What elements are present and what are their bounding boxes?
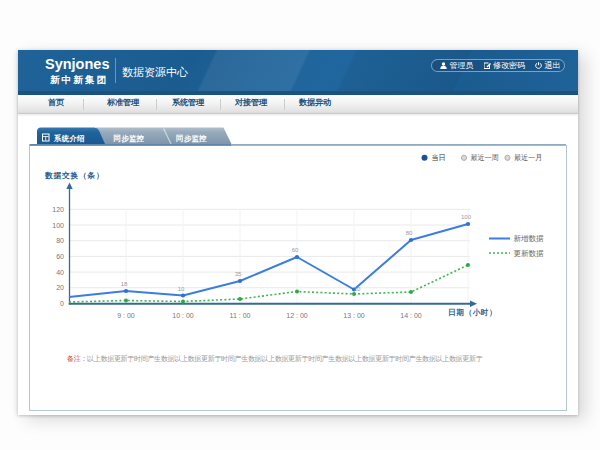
svg-text:0: 0 <box>60 300 64 307</box>
svg-text:数据交换（条）: 数据交换（条） <box>44 171 104 180</box>
svg-text:10 : 00: 10 : 00 <box>172 312 194 319</box>
svg-text:同步监控: 同步监控 <box>114 134 145 143</box>
svg-text:80: 80 <box>56 237 64 244</box>
svg-text:20: 20 <box>56 284 64 291</box>
svg-text:12 : 00: 12 : 00 <box>286 312 308 319</box>
svg-text:35: 35 <box>235 271 242 277</box>
svg-text:11 : 00: 11 : 00 <box>230 312 251 319</box>
svg-text:更新数据: 更新数据 <box>514 249 545 258</box>
svg-text:10: 10 <box>178 286 185 292</box>
svg-text:9 : 00: 9 : 00 <box>117 312 135 319</box>
svg-text:60: 60 <box>292 247 299 253</box>
svg-text:14 : 00: 14 : 00 <box>400 312 422 319</box>
svg-text:40: 40 <box>56 269 64 276</box>
svg-text:系统介绍: 系统介绍 <box>53 134 85 143</box>
svg-text:120: 120 <box>52 206 64 213</box>
svg-text:60: 60 <box>56 253 64 260</box>
svg-text:10: 10 <box>354 286 361 292</box>
svg-text:18: 18 <box>121 281 128 287</box>
svg-text:最近一月: 最近一月 <box>514 153 542 162</box>
svg-text:80: 80 <box>406 230 413 236</box>
svg-text:100: 100 <box>52 222 64 229</box>
svg-text:最近一周: 最近一周 <box>471 153 499 162</box>
svg-text:新增数据: 新增数据 <box>514 234 545 243</box>
svg-text:13 : 00: 13 : 00 <box>343 312 365 319</box>
svg-text:日期（小时）: 日期（小时） <box>448 308 497 317</box>
svg-text:当日: 当日 <box>432 153 446 162</box>
svg-text:同步监控: 同步监控 <box>176 134 207 143</box>
svg-text:100: 100 <box>461 214 472 220</box>
